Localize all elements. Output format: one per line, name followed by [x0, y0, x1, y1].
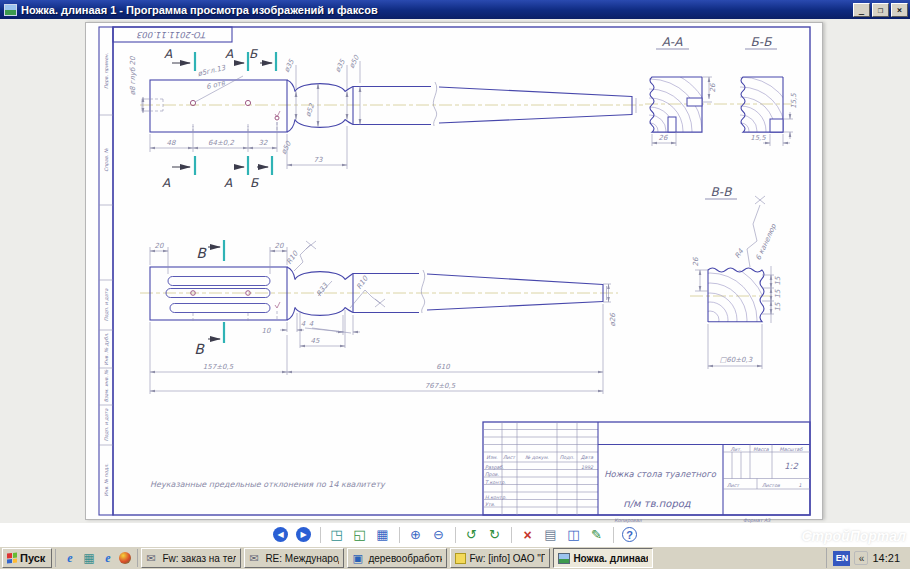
close-button[interactable]: ×: [891, 3, 908, 17]
previous-image-button[interactable]: ◀: [271, 525, 291, 544]
col-izm: Изм.: [486, 455, 498, 460]
margin-label: Подп. и дата: [104, 288, 109, 322]
edit-button[interactable]: ✎: [587, 525, 607, 544]
maximize-button[interactable]: ❐: [872, 3, 889, 17]
tray-expand-button[interactable]: «: [854, 551, 868, 565]
media-ball-icon[interactable]: [119, 552, 131, 564]
margin-label: Инв. № дубл.: [104, 332, 109, 365]
zoom-in-icon: ⊕: [410, 527, 421, 542]
help-button[interactable]: ?: [620, 525, 640, 544]
best-fit-icon: ◳: [330, 527, 342, 542]
margin-label: Перв. примен.: [104, 53, 109, 89]
internet-explorer-icon[interactable]: e: [62, 551, 77, 566]
margin-label: Справ. №: [104, 147, 109, 171]
task-label: деревообработка - Out...: [368, 553, 442, 564]
toolbar-separator: [320, 527, 321, 543]
window-title: Ножка. длинаая 1 - Программа просмотра и…: [21, 4, 851, 16]
r10-lower-label: R10: [355, 274, 370, 290]
row-razrab: Разраб.: [485, 465, 504, 470]
margin-label: Инв. № подл.: [104, 463, 109, 497]
sheet-frame: Перв. примен. Справ. № Подп. и дата Инв.…: [99, 27, 810, 515]
image-viewer-area: .ln{stroke:#4747ab;fill:none;stroke-widt…: [0, 19, 910, 523]
cut-label-a: А: [224, 176, 233, 190]
cut-label-a: А: [225, 47, 234, 61]
dia-50-label: ø50: [348, 54, 362, 70]
title-block: Изм. Лист № докум. Подп. Дата Разраб. Пр…: [483, 422, 810, 523]
task-button-mail-1[interactable]: ✉ Fw: заказ на тележки г...: [141, 548, 241, 568]
edit-icon: ✎: [591, 527, 602, 542]
save-icon: ◫: [567, 527, 579, 542]
print-icon: ▤: [544, 527, 556, 542]
dia-35-label: ø35: [334, 58, 348, 74]
section-vv-r4-label: R4: [733, 247, 745, 260]
hole-callout-quantity: 6 отв: [205, 79, 226, 91]
zoom-out-button[interactable]: ⊖: [429, 525, 449, 544]
show-desktop-icon[interactable]: ▦: [81, 551, 96, 566]
col-sign: Подп.: [560, 455, 575, 460]
hole-callout-diameter: ø5гл.13: [197, 64, 227, 78]
image-viewer-icon: [558, 553, 570, 564]
browser-icon[interactable]: e: [100, 551, 115, 566]
outlook-icon: ▣: [352, 552, 365, 565]
task-label: Fw: [info] ОАО "Глазовс...: [469, 553, 545, 564]
stamp-number: ТО-2011.11.003: [137, 30, 207, 40]
task-button-image-viewer[interactable]: Ножка. длинаая 1 - ...: [553, 548, 653, 568]
dim-32: 32: [259, 139, 268, 147]
best-fit-button[interactable]: ◳: [327, 525, 347, 544]
save-button[interactable]: ◫: [564, 525, 584, 544]
margin-label: Взам. инв. №: [104, 369, 109, 403]
row-tkontr: Т.контр.: [485, 480, 506, 485]
dim-767: 767±0,5: [425, 382, 456, 390]
zoom-out-icon: ⊖: [433, 527, 444, 542]
actual-size-button[interactable]: ◱: [350, 525, 370, 544]
title-bar[interactable]: Ножка. длинаая 1 - Программа просмотра и…: [0, 0, 910, 19]
minimize-button[interactable]: _: [853, 3, 870, 17]
delete-button[interactable]: ×: [518, 525, 538, 544]
task-button-mail-2[interactable]: ✉ RE: Международная ин...: [244, 548, 344, 568]
dim-4: 4: [309, 320, 314, 328]
col-date: Дата: [581, 455, 594, 460]
delete-icon: ×: [523, 527, 531, 543]
section-vv-dim-15: 15: [774, 289, 782, 298]
rotate-cw-icon: ↻: [489, 527, 500, 542]
section-aa-dim-bottom: 26: [659, 134, 668, 142]
zoom-in-button[interactable]: ⊕: [406, 525, 426, 544]
rotate-cw-button[interactable]: ↻: [485, 525, 505, 544]
lit-label: Лит.: [730, 447, 742, 452]
next-image-button[interactable]: ▶: [294, 525, 314, 544]
r10-upper-label: R10: [285, 249, 300, 265]
rotate-ccw-button[interactable]: ↺: [462, 525, 482, 544]
cut-label-a: А: [164, 47, 173, 61]
cut-label-v: В: [196, 245, 207, 261]
next-icon: ▶: [296, 527, 311, 542]
task-button-note[interactable]: Fw: [info] ОАО "Глазовс...: [450, 548, 550, 568]
app-icon: [4, 4, 17, 16]
print-button[interactable]: ▤: [541, 525, 561, 544]
language-indicator[interactable]: EN: [833, 551, 850, 566]
section-aa-title: А-А: [662, 35, 684, 49]
system-tray: EN « 14:21: [826, 548, 908, 568]
section-vv-dim-left: 26: [692, 257, 700, 266]
taskbar: Пуск e ▦ e ✉ Fw: заказ на тележки г... ✉…: [0, 546, 910, 569]
cut-label-b: Б: [250, 176, 259, 190]
start-button[interactable]: Пуск: [2, 548, 52, 568]
end-hole-label: ø8 глуб 20: [129, 56, 137, 95]
section-cut-marks-bottom: А А Б: [162, 156, 272, 190]
massa-label: Масса: [753, 447, 769, 452]
section-vv-title: В-В: [711, 185, 733, 199]
slideshow-button[interactable]: ▦: [373, 525, 393, 544]
section-vv: В-В R4 6 канелюр 26: [652, 185, 782, 378]
taskbar-clock[interactable]: 14:21: [872, 552, 904, 564]
section-aa: А-А 26 26: [588, 35, 717, 193]
dia-50-label: ø50: [280, 140, 294, 156]
col-list: Лист: [503, 455, 516, 460]
section-bb-dim-bottom: 15,5: [750, 134, 766, 142]
task-buttons: ✉ Fw: заказ на тележки г... ✉ RE: Междун…: [141, 548, 822, 568]
dim-20-left: 20: [155, 242, 164, 250]
task-label: Fw: заказ на тележки г...: [162, 553, 236, 564]
section-bb: Б-Б 15,5 15,5: [687, 35, 798, 185]
cut-label-v: В: [194, 341, 205, 357]
dim-4: 4: [301, 320, 306, 328]
drawing-canvas: .ln{stroke:#4747ab;fill:none;stroke-widt…: [0, 19, 910, 523]
task-button-outlook[interactable]: ▣ деревообработка - Out...: [347, 548, 447, 568]
